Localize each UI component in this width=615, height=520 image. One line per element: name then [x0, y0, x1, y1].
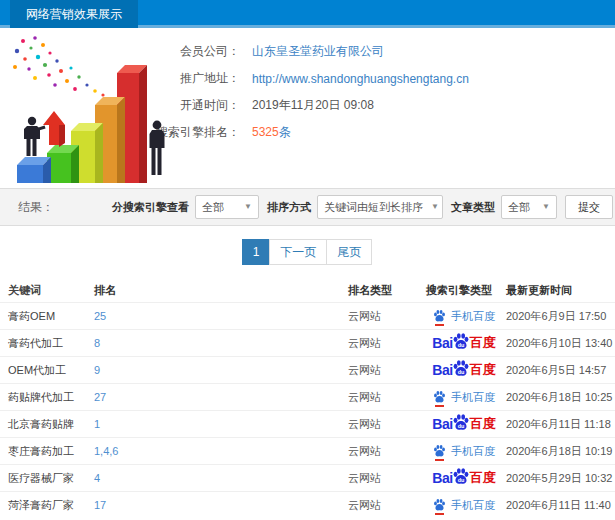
baidu-paw-icon [433, 444, 446, 458]
keyword-cell: 北京膏药贴牌 [0, 417, 86, 432]
engine-filter-select[interactable]: 全部 ▼ [195, 195, 259, 219]
keyword-cell: 膏药代加工 [0, 336, 86, 351]
table-header-row: 关键词 排名 排名类型 搜索引擎类型 最新更新时间 [0, 278, 615, 302]
sort-filter-label: 排序方式 [267, 200, 311, 215]
updated-cell: 2020年5月29日 10:32 [502, 471, 615, 486]
growth-chart-illustration [5, 33, 185, 183]
col-header-rank: 排名 [86, 283, 340, 298]
table-row: 枣庄膏药加工 1,4,6 云网站 手机百度 2020年6月18日 10:19 [0, 437, 615, 464]
baidu-logo: Baidu百度 [432, 332, 495, 355]
chevron-down-icon: ▼ [534, 196, 550, 218]
submit-button[interactable]: 提交 [565, 195, 613, 219]
keyword-cell: 菏泽膏药厂家 [0, 498, 86, 513]
rank-type-cell: 云网站 [340, 417, 418, 432]
baidu-logo-cn: 百度 [470, 361, 496, 379]
engine-type-cell: 手机百度 [418, 498, 502, 513]
engine-type-cell: 手机百度 [418, 444, 502, 459]
updated-cell: 2020年6月11日 11:18 [502, 417, 615, 432]
rank-link[interactable]: 17 [86, 499, 340, 511]
mobile-baidu-icon [433, 309, 446, 323]
rank-type-cell: 云网站 [340, 471, 418, 486]
rank-type-cell: 云网站 [340, 498, 418, 513]
baidu-logo-cn: 百度 [470, 415, 496, 433]
rank-link[interactable]: 8 [86, 337, 340, 349]
table-row: 膏药代加工 8 云网站 Baidu百度 2020年6月10日 13:40 [0, 329, 615, 356]
article-type-filter-select[interactable]: 全部 ▼ [501, 195, 557, 219]
filter-bar: 结果： 分搜索引擎查看 全部 ▼ 排序方式 关键词由短到长排序 ▼ 文章类型 全… [0, 188, 615, 226]
mobile-baidu-label: 手机百度 [451, 444, 495, 459]
engine-type-cell: 手机百度 [418, 309, 502, 324]
rank-link[interactable]: 1,4,6 [86, 445, 340, 457]
engine-filter-label: 分搜索引擎查看 [112, 200, 189, 215]
last-page-button[interactable]: 尾页 [326, 239, 372, 265]
baidu-logo-bai: Bai [432, 362, 452, 378]
baidu-logo: Baidu百度 [432, 467, 495, 490]
mobile-baidu-underline [435, 513, 444, 515]
rank-type-cell: 云网站 [340, 363, 418, 378]
baidu-paw-icon [433, 390, 446, 404]
col-header-rank-type: 排名类型 [340, 283, 418, 298]
baidu-paw-icon: du [452, 359, 470, 378]
table-row: 药贴牌代加工 27 云网站 手机百度 2020年6月18日 10:25 [0, 383, 615, 410]
mobile-baidu-underline [435, 405, 444, 407]
page-1-button[interactable]: 1 [242, 239, 271, 265]
open-time-value: 2019年11月20日 09:08 [252, 97, 374, 114]
baidu-paw-icon: du [452, 467, 470, 486]
businessman-right [150, 121, 165, 175]
article-type-filter-value: 全部 [508, 196, 530, 218]
rank-link[interactable]: 25 [86, 310, 340, 322]
results-table: 关键词 排名 排名类型 搜索引擎类型 最新更新时间 膏药OEM 25 云网站 手… [0, 278, 615, 518]
company-link[interactable]: 山东皇圣堂药业有限公司 [252, 43, 384, 60]
bar-green [47, 145, 79, 183]
engine-type-cell: Baidu百度 [418, 413, 502, 436]
baidu-logo-bai: Bai [432, 470, 452, 486]
keyword-cell: 膏药OEM [0, 309, 86, 324]
svg-text:du: du [457, 423, 464, 429]
baidu-paw-icon [433, 309, 446, 323]
mobile-baidu-icon [433, 498, 446, 512]
baidu-paw-icon [433, 498, 446, 512]
businessman-left [24, 117, 46, 156]
table-row: 菏泽膏药厂家 17 云网站 手机百度 2020年6月11日 11:40 [0, 491, 615, 518]
col-header-keyword: 关键词 [0, 283, 86, 298]
engine-filter-value: 全部 [202, 196, 224, 218]
engine-type-cell: 手机百度 [418, 390, 502, 405]
baidu-logo-cn: 百度 [470, 469, 496, 487]
col-header-engine-type: 搜索引擎类型 [418, 283, 502, 298]
svg-text:du: du [457, 477, 464, 483]
rank-type-cell: 云网站 [340, 336, 418, 351]
mobile-baidu-label: 手机百度 [451, 390, 495, 405]
keyword-cell: 药贴牌代加工 [0, 390, 86, 405]
mobile-baidu-label: 手机百度 [451, 498, 495, 513]
ranking-count-value: 5325条 [252, 124, 291, 141]
baidu-logo: Baidu百度 [432, 359, 495, 382]
result-label: 结果： [0, 199, 54, 216]
sort-filter-value: 关键词由短到长排序 [324, 196, 423, 218]
bar-chart-bars [17, 65, 147, 183]
col-header-updated: 最新更新时间 [502, 283, 615, 298]
rank-link[interactable]: 9 [86, 364, 340, 376]
article-type-filter-label: 文章类型 [451, 200, 495, 215]
chevron-down-icon: ▼ [236, 196, 252, 218]
sort-filter-select[interactable]: 关键词由短到长排序 ▼ [317, 195, 443, 219]
keyword-cell: OEM代加工 [0, 363, 86, 378]
mobile-baidu-icon [433, 444, 446, 458]
marketing-report-page: 网络营销效果展示 [0, 0, 615, 518]
pagination: 1 下一页 尾页 [0, 226, 615, 278]
svg-text:du: du [457, 369, 464, 375]
rank-link[interactable]: 4 [86, 472, 340, 484]
baidu-logo-bai: Bai [432, 335, 452, 351]
rank-type-cell: 云网站 [340, 444, 418, 459]
promo-url-link[interactable]: http://www.shandonghuangshengtang.cn [252, 72, 469, 86]
next-page-button[interactable]: 下一页 [269, 239, 327, 265]
table-row: OEM代加工 9 云网站 Baidu百度 2020年6月5日 14:57 [0, 356, 615, 383]
table-row: 膏药OEM 25 云网站 手机百度 2020年6月9日 17:50 [0, 302, 615, 329]
keyword-cell: 枣庄膏药加工 [0, 444, 86, 459]
rank-link[interactable]: 27 [86, 391, 340, 403]
baidu-paw-icon: du [452, 332, 470, 351]
svg-text:du: du [457, 342, 464, 348]
engine-type-cell: Baidu百度 [418, 359, 502, 382]
page-title-tab[interactable]: 网络营销效果展示 [10, 0, 138, 28]
rank-link[interactable]: 1 [86, 418, 340, 430]
table-row: 医疗器械厂家 4 云网站 Baidu百度 2020年5月29日 10:32 [0, 464, 615, 491]
